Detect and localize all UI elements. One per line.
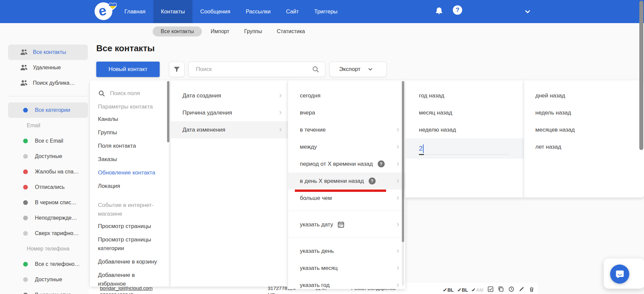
menu-row[interactable]: Дата изменения [171,121,288,138]
menu-row[interactable]: сегодня [288,87,405,104]
menu-row[interactable]: период от X времени назад ? [288,155,405,172]
trash-icon[interactable] [529,286,535,294]
field-menu-item[interactable]: Просмотр страницы [98,220,162,233]
menu-row[interactable]: указать месяц [288,260,405,277]
sidebar-category-item[interactable]: Жалобы на спа… [8,164,88,179]
sidebar-item-label: Неподтвержде… [35,215,77,221]
filter-button[interactable] [169,62,184,77]
category-dot [23,231,28,236]
topnav-item[interactable]: Главная [117,0,153,23]
period-value-input[interactable]: 2 [419,145,423,152]
bl-badge[interactable]: AM [471,287,483,293]
menu-row-label: Дата изменения [182,127,225,133]
menu-row[interactable]: недель назад [524,104,644,121]
new-contact-button[interactable]: Новый контакт [96,62,160,77]
sidebar-category-item[interactable]: Сверх тарифно… [8,226,88,241]
menu-row[interactable]: Причина удаления [171,104,288,121]
history-icon[interactable] [508,286,515,294]
field-menu-item[interactable]: Добавление в избранное [98,269,162,287]
sidebar-category-item[interactable]: В черном спис… [8,195,88,210]
topnav-item[interactable]: Триггеры [307,0,345,23]
sidebar-item-label: Сверх тарифно… [35,230,79,236]
subnav-tab[interactable]: Все контакты [153,26,202,36]
menu-row[interactable]: указать день [288,242,405,260]
menu-row-label: указать месяц [300,265,337,272]
chat-button[interactable] [610,265,629,284]
category-dot [23,293,28,294]
menu-row[interactable]: указать дату [288,216,405,233]
help-icon[interactable]: ? [369,177,376,185]
sidebar-category-item[interactable]: Все с Email [8,133,88,149]
sidebar-primary-item[interactable]: Все контакты [8,45,88,60]
badge-label: BL [447,287,454,293]
field-menu-item[interactable]: Каналы [98,113,162,126]
sidebar-category-item[interactable]: Отписались [8,179,88,195]
copy-icon[interactable] [498,286,504,294]
help-icon[interactable]: ? [453,5,462,15]
subnav-tab[interactable]: Импорт [205,26,235,36]
checkbox-icon[interactable] [487,286,494,294]
sidebar-category-item[interactable]: В черном спис… [8,287,88,294]
sidebar-primary-item[interactable]: Поиск дублика… [8,75,88,91]
subnav-tab[interactable]: Группы [238,26,268,36]
menu-row[interactable]: неделю назад [406,121,524,138]
topnav-item[interactable]: Сайт [278,0,307,23]
field-search-input[interactable] [110,90,160,97]
search-icon [98,90,105,97]
menu-row-label: указать дату [300,221,333,228]
search-input[interactable] [196,66,312,73]
logo[interactable]: e [95,2,118,21]
sidebar-item-all-categories[interactable]: Все категории [8,102,88,118]
menu-row-label: неделю назад [419,127,456,133]
topnav-item[interactable]: Рассылки [238,0,278,23]
menu-row[interactable]: месяц назад [406,104,524,121]
chevron-right-icon [395,248,401,255]
sidebar-item-label: Жалобы на спа… [35,169,79,175]
field-menu-item[interactable]: Поля контакта [98,139,162,153]
bl-badge[interactable]: BL [443,287,454,293]
account-chevron-down-icon[interactable] [524,8,531,17]
sidebar-category-item[interactable]: Неподтвержде… [8,210,88,226]
menu-row[interactable]: в день X времени назад ? [288,172,405,190]
period-value-input-row[interactable]: 2 [406,138,524,159]
sidebar-primary-item[interactable]: Удаленные [8,60,88,75]
menu-row[interactable]: год назад [406,87,524,104]
menu-row[interactable]: вчера [288,104,405,121]
sidebar: Все контакты Удаленные Поиск дублика… Вс… [0,40,89,294]
field-menu-item-label: Группы [98,129,117,136]
panel3-scrollbar-thumb[interactable] [402,81,404,242]
sidebar-category-item[interactable]: Все с телефоно… [8,256,88,272]
filter-fields-panel: Параметры контакта КаналыГруппыПоля конт… [90,80,170,287]
menu-row[interactable]: в течение [288,121,405,138]
page-scrollbar-thumb[interactable] [639,1,643,150]
help-icon[interactable]: ? [378,160,385,167]
menu-row[interactable]: указать год [288,277,405,289]
topnav-item[interactable]: Сообщения [193,0,238,23]
topnav-item[interactable]: Контакты [153,0,193,23]
pencil-icon[interactable] [519,286,525,294]
category-dot [23,277,28,282]
panel1-scrollbar-thumb[interactable] [167,81,169,142]
field-menu-item[interactable]: Обновление контакта [98,166,162,179]
bl-badge[interactable]: BL [457,287,468,293]
field-menu-item[interactable]: Локация [98,179,162,193]
field-menu-item[interactable]: Просмотр страницы категории [98,233,162,255]
menu-row[interactable]: Дата создания [171,87,288,104]
subnav-tab[interactable]: Статистика [271,26,311,36]
sidebar-category-item[interactable]: Доступные [8,272,88,287]
menu-row[interactable]: между [288,138,405,155]
menu-row[interactable]: лет назад [524,138,644,155]
menu-row[interactable]: больше чем [288,190,405,207]
menu-row[interactable]: дней назад [524,87,644,104]
search-icon[interactable] [312,65,320,73]
category-dot [23,169,28,174]
field-menu-item[interactable]: Добавление в корзину [98,255,162,269]
sidebar-category-item[interactable]: Доступные [8,149,88,164]
field-menu-item-label: Обновление контакта [98,169,155,176]
field-menu-item[interactable]: Заказы [98,153,162,166]
app-screen: e ГлавнаяКонтактыСообщенияРассылкиСайтТр… [0,0,644,294]
export-button[interactable]: Экспорт [329,62,387,77]
field-menu-item[interactable]: Группы [98,126,162,139]
notifications-bell-icon[interactable] [435,6,443,17]
menu-row[interactable]: месяцев назад [524,121,644,138]
